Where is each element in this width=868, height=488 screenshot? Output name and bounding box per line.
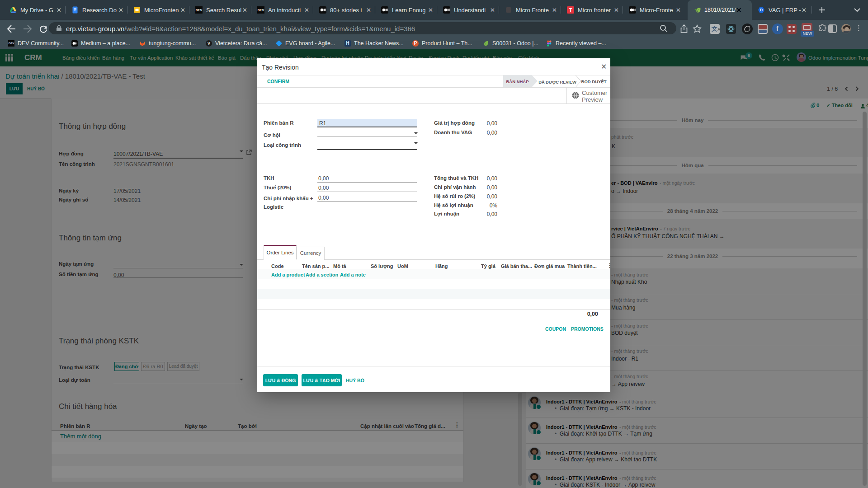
svg-text:D: D xyxy=(760,8,763,12)
